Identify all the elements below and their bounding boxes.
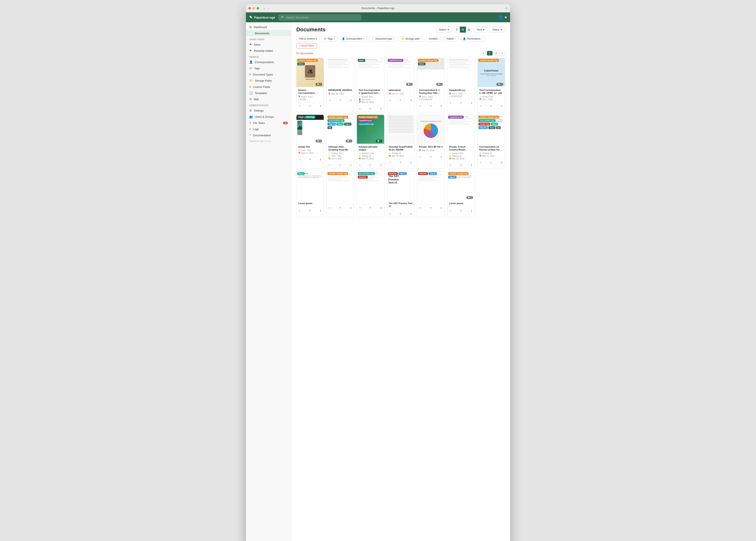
sidebar-item-documents[interactable]: 📄 Documents	[246, 30, 291, 36]
edit-button[interactable]: ✏	[479, 161, 482, 165]
download-button[interactable]: ⬇	[470, 163, 473, 167]
document-card-14[interactable]: Lorem ipsum dolor sit amet, consectetur …	[477, 115, 505, 169]
document-card-19[interactable]: NewOneTag 12 ✏ 👁 ⬇	[417, 171, 445, 217]
download-button[interactable]: ⬇	[500, 104, 503, 108]
added-filter-button[interactable]: Added ▾	[444, 36, 458, 41]
sidebar-item-inbox[interactable]: ⚑ Inbox	[246, 41, 291, 48]
preview-button[interactable]: 👁	[399, 212, 402, 216]
edit-button[interactable]: ✏	[449, 163, 452, 167]
edit-button[interactable]: ✏	[479, 104, 482, 108]
list-view-button[interactable]: ☰	[454, 27, 460, 33]
next-page-button[interactable]: »	[500, 51, 505, 55]
views-button[interactable]: Views ▾	[489, 27, 505, 33]
sidebar-item-storage-paths[interactable]: 📁 Storage Paths	[246, 78, 291, 84]
download-button[interactable]: ⬇	[379, 107, 383, 111]
download-button[interactable]: ⬇	[349, 98, 352, 102]
page-1-button[interactable]: 1	[487, 51, 493, 55]
preview-button[interactable]: 👁	[429, 104, 433, 108]
share-icon[interactable]: ⎋	[506, 6, 508, 10]
sidebar-item-logs[interactable]: ≡ Logs	[246, 126, 291, 132]
edit-button[interactable]: ✏	[328, 163, 331, 167]
sidebar-item-mail[interactable]: ✉ Mail	[246, 96, 291, 102]
document-card-16[interactable]: Another Sample Tag ✏ 👁 ⬇	[326, 171, 354, 217]
preview-button[interactable]: 👁	[399, 161, 402, 165]
reset-filters-button[interactable]: × Reset filters	[296, 43, 317, 48]
document-card-20[interactable]: Lorem ipsum Lorem ipsum dolor sit amet, …	[447, 171, 475, 217]
preview-button[interactable]: 👁	[339, 206, 342, 210]
download-button[interactable]: ⬇	[349, 206, 352, 210]
brand[interactable]: ✎ Paperless-ngx	[249, 15, 275, 20]
search-input[interactable]	[286, 16, 358, 19]
download-button[interactable]: ⬇	[319, 104, 322, 108]
preview-button[interactable]: 👁	[369, 107, 372, 111]
preview-button[interactable]: 👁	[399, 98, 402, 102]
document-card-11[interactable]: Sonstige ScanPC2022 03-24_081058 📁 Testi…	[387, 115, 415, 169]
sidebar-item-document-types[interactable]: # Document Types	[246, 71, 291, 78]
tags-filter-button[interactable]: 🏷 Tags ▾	[321, 36, 337, 41]
storage-path-filter-button[interactable]: 📁 Storage path ▾	[399, 36, 424, 41]
download-button[interactable]: ⬇	[379, 206, 383, 210]
sidebar-item-templates[interactable]: 📋 Templates	[246, 90, 291, 96]
sidebar-item-dashboard[interactable]: ⊞ Dashboard	[246, 24, 291, 30]
edit-button[interactable]: ✏	[419, 155, 422, 159]
document-card-2[interactable]: 0004814539_20230531 📅 May 30, 2023 ✏ 👁 ⬇	[326, 58, 354, 112]
download-button[interactable]: ⬇	[440, 155, 443, 159]
sidebar-item-custom-fields[interactable]: ≡ Custom Fields	[246, 84, 291, 90]
preview-button[interactable]: 👁	[369, 206, 372, 210]
document-type-filter-button[interactable]: 📄 Document type ▾	[369, 36, 397, 41]
edit-button[interactable]: ✏	[298, 104, 301, 108]
download-button[interactable]: ⬇	[500, 161, 503, 165]
sidebar-item-documentation[interactable]: ? Documentation	[246, 132, 291, 138]
edit-button[interactable]: ✏	[449, 101, 452, 105]
preview-button[interactable]: 👁	[308, 104, 312, 108]
edit-button[interactable]: ✏	[328, 98, 331, 102]
grid-view-button[interactable]: ⊞	[460, 27, 466, 33]
preview-button[interactable]: 👁	[429, 206, 433, 210]
document-card-8[interactable]: Drylab 🏙 InboxTest Tag 💬 1 drylab Test 📁…	[296, 115, 324, 169]
forward-button[interactable]: ›	[267, 6, 270, 10]
edit-button[interactable]: ✏	[359, 163, 362, 167]
sidebar-item-recently-added[interactable]: ⚑ Recently Added	[246, 48, 291, 54]
document-card-17[interactable]: Just another tagNewOne ✏ 👁 ⬇	[357, 171, 384, 217]
edit-button[interactable]: ✏	[298, 209, 301, 213]
document-card-7[interactable]: CyberPower PowerPanel® Business Edition …	[477, 58, 505, 112]
close-button[interactable]	[248, 7, 251, 9]
document-card-4[interactable]: TagWithPartial 💬 1 tablerates2 📅 Dec 11,…	[387, 58, 415, 112]
preview-button[interactable]: 👁	[339, 98, 342, 102]
title-content-filter[interactable]: Title & content ▾	[296, 36, 320, 41]
preview-button[interactable]: 👁	[308, 209, 312, 213]
maximize-button[interactable]	[257, 7, 259, 9]
sidebar-item-settings[interactable]: ⚙ Settings	[246, 107, 291, 114]
minimize-button[interactable]	[253, 7, 255, 9]
preview-button[interactable]: 👁	[459, 101, 463, 105]
document-card-15[interactable]: Lorem ipsum Lorem ipsum dolor sit amet, …	[296, 171, 324, 217]
document-card-12[interactable]: Raised BP Distribution 2011 Private: 201…	[417, 115, 445, 169]
download-button[interactable]: ⬇	[410, 212, 413, 216]
document-card-1[interactable]: 🎩 NAPOLEON Another Sample TagInbox 💬 2 N…	[296, 58, 324, 112]
download-button[interactable]: ⬇	[440, 206, 443, 210]
edit-button[interactable]: ✏	[328, 206, 331, 210]
edit-button[interactable]: ✏	[419, 104, 422, 108]
edit-button[interactable]: ✏	[359, 107, 362, 111]
page-2-button[interactable]: 2	[493, 51, 499, 55]
edit-button[interactable]: ✏	[419, 206, 422, 210]
document-card-18[interactable]: Make time to take the practice test. The…	[387, 171, 415, 217]
preview-button[interactable]: 👁	[308, 158, 312, 162]
document-card-13[interactable]: TagWithPartial Private: French Country B…	[447, 115, 475, 169]
edit-button[interactable]: ✏	[359, 206, 362, 210]
search-bar[interactable]: 🔍	[279, 14, 361, 20]
preview-button[interactable]: 👁	[369, 163, 372, 167]
sidebar-item-tags[interactable]: 🏷 Tags	[246, 65, 291, 71]
preview-button[interactable]: 👁	[339, 163, 342, 167]
download-button[interactable]: ⬇	[470, 101, 473, 105]
preview-button[interactable]: 👁	[459, 209, 463, 213]
download-button[interactable]: ⬇	[379, 163, 383, 167]
document-card-5[interactable]: Another Sample TagInbox 💬 1 Corresponden…	[417, 58, 445, 112]
edit-button[interactable]: ✏	[389, 161, 392, 165]
edit-button[interactable]: ✏	[389, 98, 392, 102]
download-button[interactable]: ⬇	[440, 104, 443, 108]
document-card-9[interactable]: Another Sample TagJust another tagTag 12…	[326, 115, 354, 169]
preview-button[interactable]: 👁	[429, 155, 433, 159]
sidebar-item-users-groups[interactable]: 👥 Users & Groups	[246, 114, 291, 120]
download-button[interactable]: ⬇	[410, 161, 413, 165]
